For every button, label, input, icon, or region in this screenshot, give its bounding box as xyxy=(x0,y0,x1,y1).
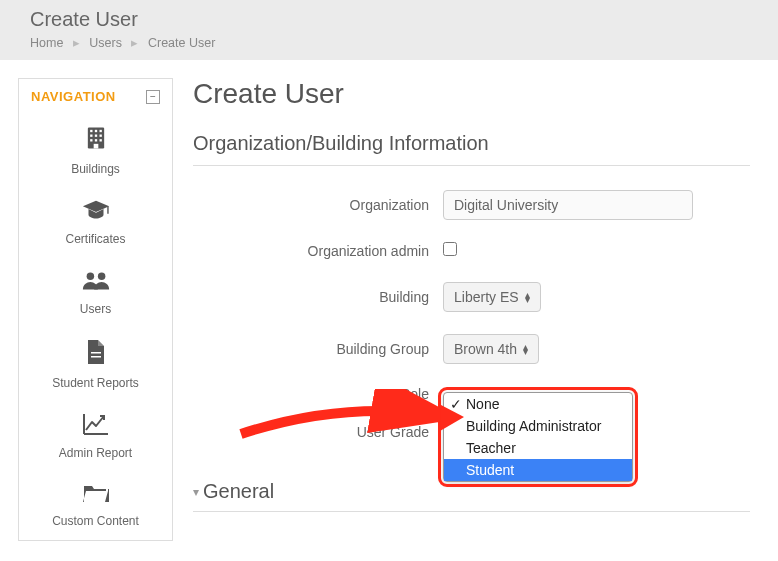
role-option-student[interactable]: Student xyxy=(444,459,632,481)
users-icon xyxy=(81,268,111,296)
file-icon xyxy=(84,338,108,370)
sidebar: NAVIGATION − Buildings Certificates User… xyxy=(18,78,173,541)
sidebar-item-label: Student Reports xyxy=(52,376,139,390)
section-title: Organization/Building Information xyxy=(193,132,750,166)
label-building-group: Building Group xyxy=(193,341,443,357)
role-option-none[interactable]: None xyxy=(444,393,632,415)
svg-rect-6 xyxy=(99,135,101,137)
sidebar-item-buildings[interactable]: Buildings xyxy=(19,114,172,188)
building-icon xyxy=(82,124,110,156)
building-group-select[interactable]: Brown 4th ▴▾ xyxy=(443,334,539,364)
breadcrumb-current: Create User xyxy=(148,36,215,50)
svg-point-13 xyxy=(97,273,105,281)
select-caret-icon: ▴▾ xyxy=(525,292,530,302)
caret-down-icon: ▾ xyxy=(193,485,199,499)
svg-rect-14 xyxy=(91,352,101,354)
breadcrumb: Home ▸ Users ▸ Create User xyxy=(30,35,748,50)
sidebar-item-label: Users xyxy=(80,302,111,316)
breadcrumb-sep-icon: ▸ xyxy=(131,35,138,50)
breadcrumb-home[interactable]: Home xyxy=(30,36,63,50)
svg-rect-10 xyxy=(93,144,98,149)
role-option-building-admin[interactable]: Building Administrator xyxy=(444,415,632,437)
sidebar-item-label: Certificates xyxy=(65,232,125,246)
building-group-select-value: Brown 4th xyxy=(454,341,517,357)
graduation-cap-icon xyxy=(81,198,111,226)
label-role: Role xyxy=(193,386,443,402)
sidebar-item-label: Buildings xyxy=(71,162,120,176)
svg-point-12 xyxy=(86,273,94,281)
breadcrumb-sep-icon: ▸ xyxy=(73,35,80,50)
svg-rect-15 xyxy=(91,356,101,358)
sidebar-item-users[interactable]: Users xyxy=(19,258,172,328)
chart-line-icon xyxy=(82,412,110,440)
svg-rect-5 xyxy=(94,135,96,137)
svg-rect-7 xyxy=(90,139,92,141)
main-content: Create User Organization/Building Inform… xyxy=(193,78,760,541)
page-title: Create User xyxy=(193,78,750,110)
section-general-toggle[interactable]: ▾ General xyxy=(193,480,750,512)
sidebar-item-label: Custom Content xyxy=(52,514,139,528)
svg-rect-9 xyxy=(99,139,101,141)
organization-input[interactable] xyxy=(443,190,693,220)
section-general-label: General xyxy=(203,480,274,503)
label-user-grade: User Grade xyxy=(193,424,443,440)
svg-rect-3 xyxy=(99,130,101,132)
sidebar-item-label: Admin Report xyxy=(59,446,132,460)
org-admin-checkbox[interactable] xyxy=(443,242,457,256)
svg-rect-2 xyxy=(94,130,96,132)
role-dropdown-open[interactable]: None Building Administrator Teacher Stud… xyxy=(443,392,633,482)
sidebar-title: NAVIGATION xyxy=(31,89,116,104)
svg-rect-4 xyxy=(90,135,92,137)
header-title: Create User xyxy=(30,8,748,31)
sidebar-item-custom-content[interactable]: Custom Content xyxy=(19,472,172,540)
select-caret-icon: ▴▾ xyxy=(523,344,528,354)
sidebar-item-student-reports[interactable]: Student Reports xyxy=(19,328,172,402)
building-select-value: Liberty ES xyxy=(454,289,519,305)
breadcrumb-users[interactable]: Users xyxy=(89,36,122,50)
svg-rect-1 xyxy=(90,130,92,132)
sidebar-item-certificates[interactable]: Certificates xyxy=(19,188,172,258)
label-org-admin: Organization admin xyxy=(193,243,443,259)
building-select[interactable]: Liberty ES ▴▾ xyxy=(443,282,541,312)
svg-rect-11 xyxy=(107,206,108,214)
label-organization: Organization xyxy=(193,197,443,213)
sidebar-item-admin-report[interactable]: Admin Report xyxy=(19,402,172,472)
svg-rect-8 xyxy=(94,139,96,141)
role-option-teacher[interactable]: Teacher xyxy=(444,437,632,459)
sidebar-collapse-button[interactable]: − xyxy=(146,90,160,104)
label-building: Building xyxy=(193,289,443,305)
folder-open-icon xyxy=(82,482,110,508)
